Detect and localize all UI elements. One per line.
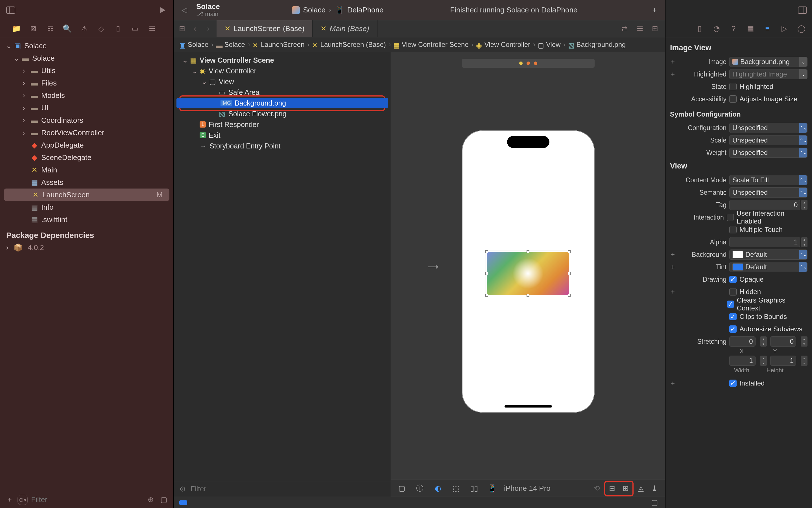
issue-navigator-icon[interactable]: ⚠ xyxy=(79,24,89,34)
debug-indicator-icon[interactable] xyxy=(179,500,187,505)
help-inspector-icon[interactable]: ? xyxy=(728,24,739,34)
resize-handle[interactable] xyxy=(527,250,529,253)
clears-context-checkbox[interactable]: ✓ xyxy=(727,301,734,308)
background-select[interactable]: Default⌃⌄ xyxy=(729,250,808,260)
plist-file-row[interactable]: ▤Info xyxy=(0,201,173,213)
stretch-x-stepper[interactable]: ▴▾ xyxy=(760,336,767,347)
autoresize-checkbox[interactable]: ✓ xyxy=(729,326,737,333)
folder-row[interactable]: ›▬Models xyxy=(0,89,173,101)
connections-inspector-icon[interactable]: ◯ xyxy=(796,24,806,34)
stretch-y-stepper[interactable]: ▴▾ xyxy=(801,336,808,347)
add-trait-icon[interactable]: + xyxy=(670,251,676,258)
jump-bar[interactable]: ▣Solace› ▬Solace› ✕LaunchScreen› ✕Launch… xyxy=(174,37,665,52)
state-checkbox[interactable] xyxy=(729,83,737,90)
size-inspector-icon[interactable]: ▷ xyxy=(779,24,789,34)
stretch-y-field[interactable]: 0 xyxy=(770,336,797,347)
report-navigator-icon[interactable]: ☰ xyxy=(147,24,157,34)
adjust-options-icon[interactable]: ⓘ xyxy=(414,482,426,495)
nav-back-icon[interactable]: ‹ xyxy=(190,24,200,34)
add-trait-icon[interactable]: + xyxy=(670,70,676,78)
back-forward-icon[interactable]: ◁ xyxy=(179,5,190,15)
add-trait-icon[interactable]: + xyxy=(670,58,676,66)
accessibility-checkbox[interactable] xyxy=(729,95,737,103)
scm-filter-icon[interactable]: ▢ xyxy=(159,495,169,505)
sidebar-toggle-icon[interactable] xyxy=(6,5,16,15)
outline-vc-row[interactable]: ⌄◉View Controller xyxy=(174,66,391,76)
alpha-field[interactable]: 1 xyxy=(729,237,800,247)
installed-checkbox[interactable]: ✓ xyxy=(729,380,737,387)
attributes-inspector-icon[interactable]: ≡ xyxy=(762,24,772,34)
add-icon[interactable]: + xyxy=(4,495,15,505)
outline-toggle-icon[interactable]: ▢ xyxy=(396,482,408,495)
stretch-w-stepper[interactable]: ▴▾ xyxy=(760,355,767,366)
navigator-filter-input[interactable] xyxy=(31,495,142,504)
debug-navigator-icon[interactable]: ▯ xyxy=(113,24,123,34)
storyboard-file-row[interactable]: ✕Main xyxy=(0,164,173,176)
project-navigator-icon[interactable]: 📁 xyxy=(11,24,22,34)
folder-row[interactable]: ⌄▬Solace xyxy=(0,52,173,65)
folder-row[interactable]: ›▬RootViewController xyxy=(0,126,173,139)
appearance-icon[interactable]: ◐ xyxy=(432,482,444,495)
stretch-h-stepper[interactable]: ▴▾ xyxy=(801,355,808,366)
resize-handle[interactable] xyxy=(527,294,529,297)
resize-handle[interactable] xyxy=(485,272,488,275)
hidden-checkbox[interactable] xyxy=(729,288,737,295)
device-label[interactable]: iPhone 14 Pro xyxy=(504,484,551,493)
resolve-issues-icon[interactable]: ◬ xyxy=(635,482,647,495)
pin-constraints-icon[interactable]: ⊞ xyxy=(619,482,632,495)
resize-handle[interactable] xyxy=(485,294,488,297)
selected-imageview[interactable] xyxy=(487,252,569,295)
multiple-touch-checkbox[interactable] xyxy=(729,226,737,234)
layout-icon[interactable]: ▯▯ xyxy=(468,482,480,495)
toggle-debug-area-icon[interactable]: ▢ xyxy=(649,498,659,508)
branch-label[interactable]: ⎇ main xyxy=(196,11,220,17)
resize-handle[interactable] xyxy=(485,250,488,253)
run-button-icon[interactable] xyxy=(158,5,168,15)
tag-field[interactable]: 0 xyxy=(729,200,800,210)
outline-exit-row[interactable]: EExit xyxy=(174,130,391,140)
storyboard-file-row-selected[interactable]: ✕LaunchScreenM xyxy=(4,188,169,201)
test-navigator-icon[interactable]: ◇ xyxy=(96,24,106,34)
outline-firstresponder-row[interactable]: 1First Responder xyxy=(174,119,391,130)
user-interaction-checkbox[interactable] xyxy=(727,214,734,221)
folder-row[interactable]: ›▬Utils xyxy=(0,65,173,77)
outline-filter-input[interactable] xyxy=(191,485,387,493)
align-icon[interactable]: ⊟ xyxy=(606,482,618,495)
code-review-icon[interactable]: ⇄ xyxy=(619,24,630,34)
nav-forward-icon[interactable]: › xyxy=(203,24,213,34)
scene-title-bar[interactable] xyxy=(462,59,595,68)
highlighted-select[interactable]: Highlighted Image⌄ xyxy=(729,69,808,79)
resize-handle[interactable] xyxy=(568,294,571,297)
outline-entry-row[interactable]: →Storyboard Entry Point xyxy=(174,140,391,151)
source-control-navigator-icon[interactable]: ⊠ xyxy=(28,24,38,34)
recent-filter-icon[interactable]: ⊕ xyxy=(146,495,156,505)
tag-stepper[interactable]: ▴▾ xyxy=(801,200,808,210)
clips-bounds-checkbox[interactable]: ✓ xyxy=(729,313,737,320)
stretch-h-field[interactable]: 1 xyxy=(770,355,797,366)
plist-file-row[interactable]: ▤.swiftlint xyxy=(0,213,173,226)
identity-inspector-icon[interactable]: ▤ xyxy=(745,24,756,34)
update-frames-icon[interactable]: ⟲ xyxy=(591,482,603,495)
tint-select[interactable]: Default⌃⌄ xyxy=(729,262,808,272)
device-icon[interactable]: 📱 xyxy=(486,482,498,495)
filter-scope-icon[interactable]: ⊙▾ xyxy=(17,495,28,505)
symbol-weight-select[interactable]: Unspecified⌃⌄ xyxy=(729,147,808,158)
adjust-editor-icon[interactable]: ☰ xyxy=(635,24,645,34)
scheme-selector[interactable]: Solace › 📱 DelaPhone xyxy=(292,6,384,14)
outline-bg-row-selected[interactable]: IMGBackground.png xyxy=(176,98,388,109)
symbol-config-select[interactable]: Unspecified⌃⌄ xyxy=(729,123,808,133)
add-trait-icon[interactable]: + xyxy=(670,288,676,296)
swift-file-row[interactable]: ◆SceneDelegate xyxy=(0,151,173,164)
outline-view-row[interactable]: ⌄▢View xyxy=(174,76,391,87)
package-row[interactable]: › 📦 4.0.2 xyxy=(0,242,173,254)
editor-tab[interactable]: ✕ Main (Base) xyxy=(313,20,377,37)
embed-in-icon[interactable]: ⤓ xyxy=(648,482,661,495)
history-inspector-icon[interactable]: ◔ xyxy=(712,24,722,34)
image-select[interactable]: Background.png⊗⌄ xyxy=(729,57,808,67)
semantic-select[interactable]: Unspecified⌃⌄ xyxy=(729,187,808,198)
breakpoint-navigator-icon[interactable]: ▭ xyxy=(130,24,140,34)
folder-row[interactable]: ›▬Files xyxy=(0,77,173,89)
folder-row[interactable]: ›▬Coordinators xyxy=(0,114,173,126)
outline-scene-row[interactable]: ⌄▦View Controller Scene xyxy=(174,55,391,66)
add-editor-split-icon[interactable]: ⊞ xyxy=(650,24,660,34)
